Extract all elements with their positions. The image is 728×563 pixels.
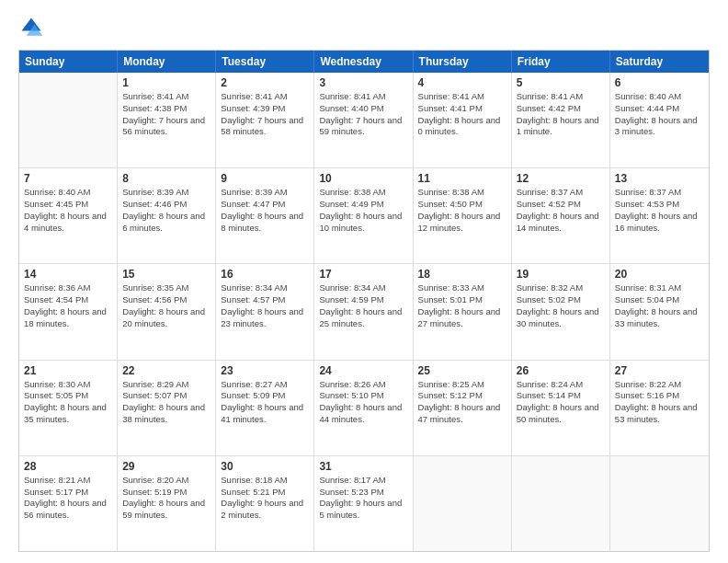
cell-details: Sunrise: 8:34 AM Sunset: 4:57 PM Dayligh…	[221, 282, 309, 329]
calendar-cell: 15Sunrise: 8:35 AM Sunset: 4:56 PM Dayli…	[118, 264, 216, 359]
calendar-header-cell: Thursday	[414, 51, 512, 73]
logo-icon	[18, 15, 44, 40]
cell-details: Sunrise: 8:37 AM Sunset: 4:52 PM Dayligh…	[517, 187, 605, 234]
day-number: 21	[24, 364, 112, 377]
cell-details: Sunrise: 8:29 AM Sunset: 5:07 PM Dayligh…	[122, 379, 210, 426]
calendar-cell: 3Sunrise: 8:41 AM Sunset: 4:40 PM Daylig…	[314, 73, 413, 167]
cell-details: Sunrise: 8:24 AM Sunset: 5:14 PM Dayligh…	[517, 379, 605, 426]
day-number: 16	[221, 268, 309, 281]
cell-details: Sunrise: 8:17 AM Sunset: 5:23 PM Dayligh…	[319, 475, 407, 522]
calendar-cell: 16Sunrise: 8:34 AM Sunset: 4:57 PM Dayli…	[216, 264, 314, 359]
cell-details: Sunrise: 8:30 AM Sunset: 5:05 PM Dayligh…	[24, 379, 112, 426]
calendar-cell: 14Sunrise: 8:36 AM Sunset: 4:54 PM Dayli…	[19, 264, 118, 359]
day-number: 6	[615, 76, 704, 89]
calendar-cell: 23Sunrise: 8:27 AM Sunset: 5:09 PM Dayli…	[216, 361, 314, 455]
calendar-cell: 24Sunrise: 8:26 AM Sunset: 5:10 PM Dayli…	[314, 361, 413, 455]
calendar-body: 1Sunrise: 8:41 AM Sunset: 4:38 PM Daylig…	[19, 73, 709, 551]
day-number: 25	[418, 364, 506, 377]
calendar-header-cell: Friday	[512, 51, 610, 73]
calendar-cell: 5Sunrise: 8:41 AM Sunset: 4:42 PM Daylig…	[512, 73, 610, 167]
day-number: 31	[319, 460, 407, 473]
cell-details: Sunrise: 8:35 AM Sunset: 4:56 PM Dayligh…	[122, 282, 210, 329]
cell-details: Sunrise: 8:18 AM Sunset: 5:21 PM Dayligh…	[221, 475, 309, 522]
day-number: 8	[122, 172, 210, 185]
day-number: 24	[319, 364, 407, 377]
cell-details: Sunrise: 8:41 AM Sunset: 4:39 PM Dayligh…	[221, 91, 309, 138]
calendar-cell: 6Sunrise: 8:40 AM Sunset: 4:44 PM Daylig…	[610, 73, 709, 167]
calendar-header-cell: Sunday	[19, 51, 118, 73]
calendar-row: 21Sunrise: 8:30 AM Sunset: 5:05 PM Dayli…	[19, 361, 709, 456]
cell-details: Sunrise: 8:39 AM Sunset: 4:46 PM Dayligh…	[122, 187, 210, 234]
calendar-cell: 9Sunrise: 8:39 AM Sunset: 4:47 PM Daylig…	[216, 168, 314, 263]
calendar-cell	[414, 456, 512, 551]
cell-details: Sunrise: 8:27 AM Sunset: 5:09 PM Dayligh…	[221, 379, 309, 426]
calendar-header-cell: Monday	[118, 51, 216, 73]
calendar-row: 28Sunrise: 8:21 AM Sunset: 5:17 PM Dayli…	[19, 456, 709, 551]
header	[18, 15, 710, 40]
day-number: 2	[221, 76, 309, 89]
day-number: 18	[418, 268, 506, 281]
cell-details: Sunrise: 8:26 AM Sunset: 5:10 PM Dayligh…	[319, 379, 407, 426]
day-number: 27	[615, 364, 704, 377]
calendar-header-cell: Wednesday	[314, 51, 413, 73]
day-number: 9	[221, 172, 309, 185]
calendar-cell: 22Sunrise: 8:29 AM Sunset: 5:07 PM Dayli…	[118, 361, 216, 455]
cell-details: Sunrise: 8:21 AM Sunset: 5:17 PM Dayligh…	[24, 475, 112, 522]
calendar-header-cell: Saturday	[610, 51, 709, 73]
calendar-cell: 12Sunrise: 8:37 AM Sunset: 4:52 PM Dayli…	[512, 168, 610, 263]
day-number: 29	[122, 460, 210, 473]
calendar-cell: 11Sunrise: 8:38 AM Sunset: 4:50 PM Dayli…	[414, 168, 512, 263]
day-number: 3	[319, 76, 407, 89]
cell-details: Sunrise: 8:41 AM Sunset: 4:40 PM Dayligh…	[319, 91, 407, 138]
calendar-cell: 28Sunrise: 8:21 AM Sunset: 5:17 PM Dayli…	[19, 456, 118, 551]
calendar-cell: 2Sunrise: 8:41 AM Sunset: 4:39 PM Daylig…	[216, 73, 314, 167]
calendar-cell: 18Sunrise: 8:33 AM Sunset: 5:01 PM Dayli…	[414, 264, 512, 359]
day-number: 30	[221, 460, 309, 473]
calendar-row: 1Sunrise: 8:41 AM Sunset: 4:38 PM Daylig…	[19, 73, 709, 168]
cell-details: Sunrise: 8:41 AM Sunset: 4:38 PM Dayligh…	[122, 91, 210, 138]
cell-details: Sunrise: 8:33 AM Sunset: 5:01 PM Dayligh…	[418, 282, 506, 329]
cell-details: Sunrise: 8:39 AM Sunset: 4:47 PM Dayligh…	[221, 187, 309, 234]
day-number: 23	[221, 364, 309, 377]
calendar-row: 7Sunrise: 8:40 AM Sunset: 4:45 PM Daylig…	[19, 168, 709, 264]
calendar-cell: 27Sunrise: 8:22 AM Sunset: 5:16 PM Dayli…	[610, 361, 709, 455]
cell-details: Sunrise: 8:41 AM Sunset: 4:42 PM Dayligh…	[517, 91, 605, 138]
calendar-cell	[512, 456, 610, 551]
cell-details: Sunrise: 8:40 AM Sunset: 4:44 PM Dayligh…	[615, 91, 704, 138]
day-number: 20	[615, 268, 704, 281]
calendar-cell: 19Sunrise: 8:32 AM Sunset: 5:02 PM Dayli…	[512, 264, 610, 359]
calendar-cell: 13Sunrise: 8:37 AM Sunset: 4:53 PM Dayli…	[610, 168, 709, 263]
calendar-cell: 8Sunrise: 8:39 AM Sunset: 4:46 PM Daylig…	[118, 168, 216, 263]
cell-details: Sunrise: 8:37 AM Sunset: 4:53 PM Dayligh…	[615, 187, 704, 234]
day-number: 22	[122, 364, 210, 377]
logo	[18, 15, 48, 40]
day-number: 7	[24, 172, 112, 185]
day-number: 19	[517, 268, 605, 281]
calendar-cell: 17Sunrise: 8:34 AM Sunset: 4:59 PM Dayli…	[314, 264, 413, 359]
cell-details: Sunrise: 8:22 AM Sunset: 5:16 PM Dayligh…	[615, 379, 704, 426]
calendar-cell: 26Sunrise: 8:24 AM Sunset: 5:14 PM Dayli…	[512, 361, 610, 455]
day-number: 14	[24, 268, 112, 281]
cell-details: Sunrise: 8:38 AM Sunset: 4:50 PM Dayligh…	[418, 187, 506, 234]
day-number: 11	[418, 172, 506, 185]
day-number: 17	[319, 268, 407, 281]
day-number: 12	[517, 172, 605, 185]
cell-details: Sunrise: 8:34 AM Sunset: 4:59 PM Dayligh…	[319, 282, 407, 329]
day-number: 10	[319, 172, 407, 185]
calendar-cell	[19, 73, 118, 167]
calendar-header: SundayMondayTuesdayWednesdayThursdayFrid…	[19, 51, 709, 73]
day-number: 4	[418, 76, 506, 89]
day-number: 13	[615, 172, 704, 185]
calendar-row: 14Sunrise: 8:36 AM Sunset: 4:54 PM Dayli…	[19, 264, 709, 360]
calendar-cell: 29Sunrise: 8:20 AM Sunset: 5:19 PM Dayli…	[118, 456, 216, 551]
calendar-cell: 4Sunrise: 8:41 AM Sunset: 4:41 PM Daylig…	[414, 73, 512, 167]
calendar-cell: 31Sunrise: 8:17 AM Sunset: 5:23 PM Dayli…	[314, 456, 413, 551]
page: SundayMondayTuesdayWednesdayThursdayFrid…	[0, 0, 728, 563]
calendar-cell: 20Sunrise: 8:31 AM Sunset: 5:04 PM Dayli…	[610, 264, 709, 359]
calendar-cell	[610, 456, 709, 551]
day-number: 28	[24, 460, 112, 473]
calendar-cell: 21Sunrise: 8:30 AM Sunset: 5:05 PM Dayli…	[19, 361, 118, 455]
calendar-header-cell: Tuesday	[216, 51, 314, 73]
cell-details: Sunrise: 8:36 AM Sunset: 4:54 PM Dayligh…	[24, 282, 112, 329]
cell-details: Sunrise: 8:32 AM Sunset: 5:02 PM Dayligh…	[517, 282, 605, 329]
